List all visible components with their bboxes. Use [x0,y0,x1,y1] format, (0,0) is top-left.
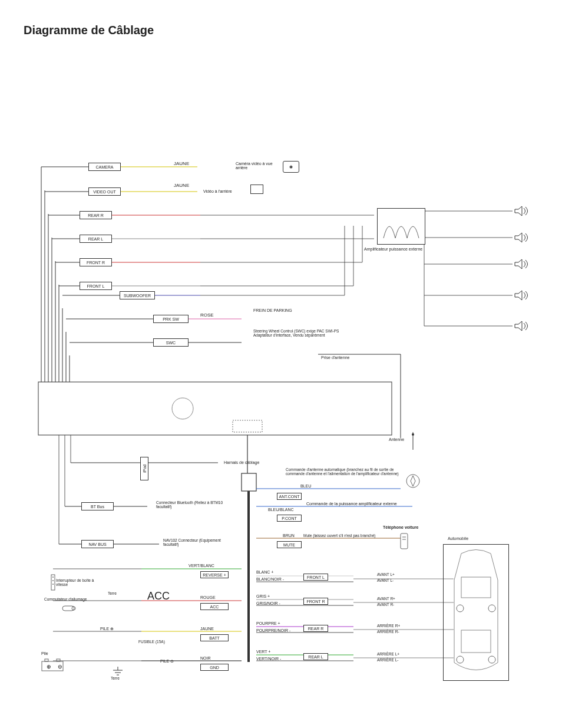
phone-icon [398,532,411,551]
label-amp: Amplificateur puissance externe [364,247,422,251]
connector-front-l: FRONT L [80,282,112,290]
svg-point-96 [406,475,419,487]
connector-front-r: FRONT R [80,258,112,266]
label-pourpre-p: POURPRE + [256,621,280,625]
label-rose: ROSE [200,312,214,318]
box-reverse: REVERSE + [200,571,229,578]
box-front-r: FRONT R [303,598,328,605]
camera-icon: ◉ [283,161,299,173]
car-outline [443,544,509,681]
label-arriere-rm: ARRIÈRE R- [377,630,399,634]
label-fuse: FUSIBLE (15A) [138,640,165,644]
label-terre2: Terre [111,676,120,680]
gearbox-icon [50,574,61,592]
connector-bt-bus: BT Bus [81,502,114,510]
svg-rect-83 [57,659,60,661]
speaker-icon-1 [514,205,530,218]
label-rouge: ROUGE [200,595,216,599]
svg-rect-35 [38,382,392,435]
box-acc: ACC [200,603,229,610]
speaker-icon-5 [514,319,530,332]
label-pourpre-n: POURPRE/NOIR - [256,628,290,633]
label-avant-rp: AVANT R+ [377,597,395,601]
ipod-connector: iPod [140,457,148,480]
label-vert-p: VERT + [256,650,270,654]
svg-rect-90 [461,577,491,598]
svg-point-92 [457,605,464,612]
monitor-icon [250,185,263,194]
connector-subwoofer: SUBWOOFER [120,291,155,299]
label-gris-n: GRIS/NOIR - [256,601,280,605]
label-avant-lp: AVANT L+ [377,572,395,577]
label-bleu: BLEU [300,484,311,488]
label-avant-lm: AVANT L- [377,578,394,582]
page-title: Diagramme de Câblage [24,24,538,37]
label-jaune-camera: JAUNE [174,161,189,166]
label-avant-rm: AVANT R- [377,602,394,607]
label-parking: FREIN DE PARKING [253,308,292,312]
connector-rear-r: REAR R [80,211,112,219]
label-arriere-lm: ARRIÈRE L- [377,658,398,662]
connector-nav-bus: NAV BUS [81,540,114,548]
label-gris-p: GRIS + [256,594,270,598]
ignition-icon [62,604,77,614]
speaker-icon-2 [514,231,530,244]
label-mute-desc: Mute (laissez ouvert s'il n'est pas bran… [303,533,375,538]
label-terre1: Terre [108,591,117,595]
connector-video-out: VIDEO OUT [88,187,121,196]
speaker-icon-4 [514,289,530,302]
box-rear-r: REAR R [303,625,328,632]
box-rear-l: REAR L [303,653,328,660]
box-ant-cont: ANT.CONT [277,493,302,500]
svg-point-94 [457,656,464,663]
label-swc-desc: Steering Wheel Control (SWC) exige PAC S… [253,329,351,337]
label-camera-desc: Caméra vidéo à vue arrière [236,162,277,170]
label-phone: Téléphone voiture [383,525,418,529]
label-vert-blanc: VERT/BLANC [189,564,214,568]
label-bt-desc: Connecteur Bluetooth (Reliez à BTM10 fac… [156,500,239,509]
svg-point-77 [52,580,54,581]
svg-point-93 [488,605,495,612]
connector-prk-sw: PRK SW [153,315,189,323]
label-brun: BRUN [283,533,295,538]
label-arriere-lp: ARRIÈRE L+ [377,652,399,656]
label-blanc-p: BLANC + [256,570,273,574]
svg-text:⊕: ⊕ [47,664,51,670]
label-auto-antenna: Commande d'antenne automatique (branchez… [286,467,409,476]
box-p-cont: P.CONT [277,515,302,522]
box-front-l: FRONT L [303,574,328,581]
svg-point-78 [52,584,54,585]
label-jaune-video: JAUNE [174,183,189,188]
box-batt: BATT [200,634,229,641]
label-video-desc: Vidéo à l'arrière [203,189,232,193]
battery-icon: ⊕⊖ [41,658,64,673]
wiring-diagram: CAMERA VIDEO OUT REAR R REAR L FRONT R F… [24,61,536,680]
label-harness: Harnais de câblage [224,460,259,465]
label-ignition: Commutateur d'allumage [44,597,87,601]
connector-swc: SWC [153,338,189,347]
label-antenna: Antenne [389,437,404,442]
label-pile-plus: PILE ⊕ [100,627,114,631]
label-automobile: Automobile [448,536,468,541]
svg-point-76 [52,577,54,578]
speaker-icon-3 [514,258,530,271]
label-bleu-blanc: BLEU/BLANC [268,508,294,512]
label-arriere-rp: ARRIÈRE R+ [377,624,400,628]
antenna-motor-icon [405,473,421,490]
label-blanc-n: BLANC/NOIR - [256,577,284,581]
svg-rect-82 [45,659,48,661]
connector-camera: CAMERA [88,163,121,171]
svg-rect-91 [461,630,491,653]
label-gearbox: Interrupteur de boîte à vitesse [56,578,97,587]
label-antenna-socket: Prise d'antenne [321,355,349,360]
label-pile-minus: PILE ⊖ [160,659,174,664]
svg-point-80 [72,607,75,610]
label-jaune-batt: JAUNE [200,627,214,631]
external-amp [377,208,425,245]
label-nav-desc: NAV102 Connecteur (Equipement facultatif… [163,538,234,546]
antenna-icon [409,432,416,451]
svg-point-95 [488,656,495,663]
svg-point-37 [172,398,193,419]
label-vert-n: VERT/NOIR - [256,657,281,661]
label-amp-remote: Commande de la puissance amplificateur e… [306,502,397,506]
